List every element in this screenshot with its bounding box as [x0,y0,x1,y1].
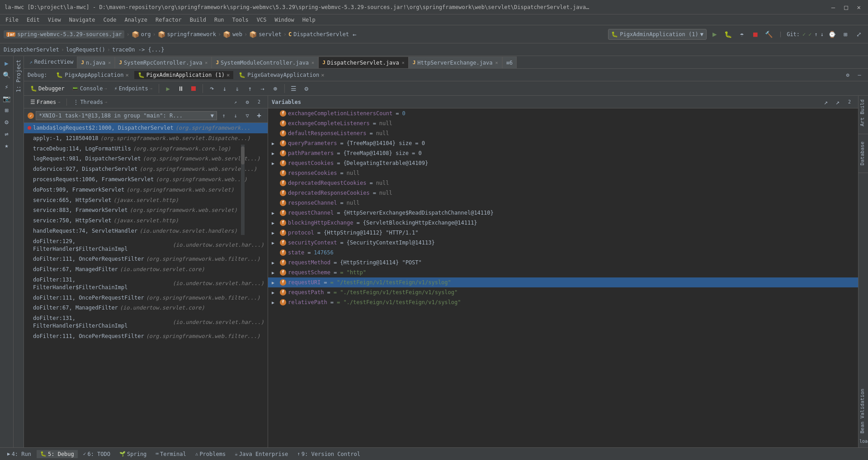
vars-expand-icon[interactable]: ↗ [821,97,831,107]
debug-session-close3[interactable]: ✕ [321,72,324,78]
menu-edit[interactable]: Edit [23,16,43,24]
git-icon2[interactable]: ↓ [821,31,824,38]
settings-dbg-btn[interactable]: ⚙ [301,83,312,94]
menu-analyze[interactable]: Analyze [121,16,151,24]
stack-frame-17[interactable]: doFilter:131, FilterHandler$FilterChainI… [24,313,268,331]
stack-frame-12[interactable]: doFilter:111, OncePerRequestFilter (org.… [24,254,268,264]
endpoints-tab[interactable]: ⚡ Endpoints → [111,84,155,93]
menu-view[interactable]: View [44,16,65,24]
evaluate-btn[interactable]: ⊕ [270,83,281,94]
menu-vcs[interactable]: VCS [253,16,270,24]
var-row-requestURI[interactable]: ▶ f requestURI = = "/testFeign/v1/testFe… [268,277,858,287]
run-config-dropdown[interactable]: 🐛 PigxAdminApplication (1) ▼ [608,29,707,40]
thread-nav-down[interactable]: ↓ [231,111,241,121]
stop-debug-btn[interactable]: ⏹ [188,83,199,94]
project-panel-toggle[interactable]: 1: Project [14,56,24,447]
var-row-requestCookies[interactable]: ▶ f requestCookies = {DelegatingIterable… [268,158,858,168]
menu-tools[interactable]: Tools [229,16,252,24]
bc-org[interactable]: org [141,31,151,38]
debug-session-pigxadmin[interactable]: 🐛 PigxAdminApplication (1) ✕ [134,71,234,79]
database-panel-label[interactable]: Database [859,140,868,167]
bc-dispatcher[interactable]: DispatcherServlet [4,47,59,53]
debug-session-close2[interactable]: ✕ [226,72,230,78]
lightning-icon[interactable]: ⚡ [1,81,12,92]
redirect-view-tab[interactable]: ↗ RedirectView [26,56,77,68]
coverage-button[interactable]: ☂ [736,29,747,40]
stack-frame-16[interactable]: doFilter:67, ManagedFilter (io.undertow.… [24,303,268,313]
menu-build[interactable]: Build [186,16,210,24]
var-row-requestScheme[interactable]: ▶ f requestScheme = = "http" [268,268,858,277]
bottom-tab-todo[interactable]: ✓ 6: TODO [80,450,114,458]
frames-expand-btn[interactable]: ↗ [231,97,241,107]
thread-add[interactable]: + [254,111,264,121]
step-out-btn[interactable]: ↑ [245,83,255,94]
stack-frame-5[interactable]: processRequest:1006, FrameworkServlet (o… [24,174,268,185]
menu-file[interactable]: File [2,16,22,24]
git-check2[interactable]: ✓ [808,31,811,38]
menu-run[interactable]: Run [211,16,228,24]
git-check[interactable]: ✓ [802,31,806,38]
debug-button[interactable]: 🐛 [723,29,734,40]
bottom-tab-run[interactable]: ▶ 4: Run [4,450,35,458]
maximize-button[interactable]: □ [841,3,850,12]
run-button[interactable]: ▶ [709,29,720,40]
stop-button[interactable]: ■ [750,29,761,40]
resume-btn[interactable]: ▶ [163,83,174,94]
menu-code[interactable]: Code [100,16,120,24]
bc-logRequest[interactable]: logRequest() [66,47,105,53]
var-row-securityContext[interactable]: ▶ f securityContext = {SecurityContextIm… [268,238,858,248]
tab-close-dispatcher[interactable]: ✕ [402,60,405,65]
stack-frame-14[interactable]: doFilter:131, FilterHandler$FilterChainI… [24,275,268,293]
pause-btn[interactable]: ⏸ [175,83,186,94]
bc-springframework[interactable]: springframework [167,31,216,38]
var-row-requestPath[interactable]: ▶ f requestPath = = "./testFeign/v1/test… [268,287,858,297]
debug-settings-btn[interactable]: ⚙ [843,70,853,80]
var-row-deprecatedResponseCookies[interactable]: f deprecatedResponseCookies = null [268,188,858,198]
menu-window[interactable]: Window [271,16,297,24]
stack-frame-1[interactable]: apply:-1, 1218504018 (org.springframewor… [24,133,268,144]
camera-icon[interactable]: 📷 [1,93,12,104]
minimize-button[interactable]: — [829,3,838,12]
tab-njava[interactable]: J n.java ✕ [77,56,115,68]
frames-list-btn[interactable]: ☰ [288,83,299,94]
var-row-responseCookies[interactable]: f responseCookies = null [268,168,858,178]
bottom-tab-debug[interactable]: 🐛 5: Debug [37,450,78,458]
bc-servlet[interactable]: servlet [259,31,282,38]
var-row-queryParameters[interactable]: ▶ f queryParameters = {TreeMap@14104} si… [268,138,858,148]
vcs-button[interactable]: ⌚ [826,29,837,40]
var-row-relativePath[interactable]: ▶ f relativePath = = "./testFeign/v1/tes… [268,297,858,307]
frames-settings-btn[interactable]: ⚙ [242,97,252,107]
thread-dropdown[interactable]: *XNIO-1 task-1*@13,188 in group "main": … [36,111,217,120]
menu-refactor[interactable]: Refactor [152,16,185,24]
debugger-tab[interactable]: 🐛 Debugger [28,84,67,93]
bc-class[interactable]: DispatcherServlet [293,31,349,38]
close-button[interactable]: ✕ [854,3,863,12]
stack-frame-7[interactable]: service:665, HttpServlet (javax.servlet.… [24,195,268,206]
threads-tab[interactable]: ⋮ Threads → [71,98,110,106]
stack-frame-11[interactable]: doFilter:129, FilterHandler$FilterChainI… [24,236,268,254]
stack-frame-8[interactable]: service:883, FrameworkServlet (org.sprin… [24,205,268,216]
var-row-exchangeCompleteListeners[interactable]: f exchangeCompleteListeners = null [268,118,858,128]
bottom-tab-version-control[interactable]: ↑ 9: Version Control [293,450,364,458]
var-row-pathParameters[interactable]: ▶ f pathParameters = {TreeMap@14108} siz… [268,148,858,158]
var-row-deprecatedRequestCookies[interactable]: f deprecatedRequestCookies = null [268,178,858,188]
stack-frame-10[interactable]: handleRequest:74, ServletHandler (io.und… [24,226,268,236]
frames-scrollbar[interactable] [241,145,245,235]
git-icon[interactable]: ↑ [815,31,818,38]
bean-validation-label[interactable]: Bean Validation [859,387,868,435]
tab-more[interactable]: ≡6 [502,56,517,68]
search-icon[interactable]: 🔍 [1,70,12,80]
favorites-icon[interactable]: ★ [1,140,12,151]
build-button[interactable]: 🔨 [764,29,774,40]
maximize-button2[interactable]: ⤢ [854,29,864,40]
menu-navigate[interactable]: Navigate [66,16,99,24]
bottom-tab-java-enterprise[interactable]: ☕ Java Enterprise [231,450,292,458]
var-row-exchangeCompletionListenersCount[interactable]: f exchangeCompletionListenersCount = 0 [268,108,858,118]
bottom-tab-terminal[interactable]: ⌨ Terminal [152,450,189,458]
jar-breadcrumb[interactable]: jar spring-webmvc-5.3.29-sources.jar [4,30,124,38]
grid-icon[interactable]: ⊞ [1,105,12,116]
var-row-responseChannel[interactable]: f responseChannel = null [268,198,858,208]
stack-frame-4[interactable]: doService:927, DispatcherServlet (org.sp… [24,164,268,174]
tab-dispatcher[interactable]: J DispatcherServlet.java ✕ [318,56,409,68]
art-build-panel-label[interactable]: Art Build [859,98,868,128]
